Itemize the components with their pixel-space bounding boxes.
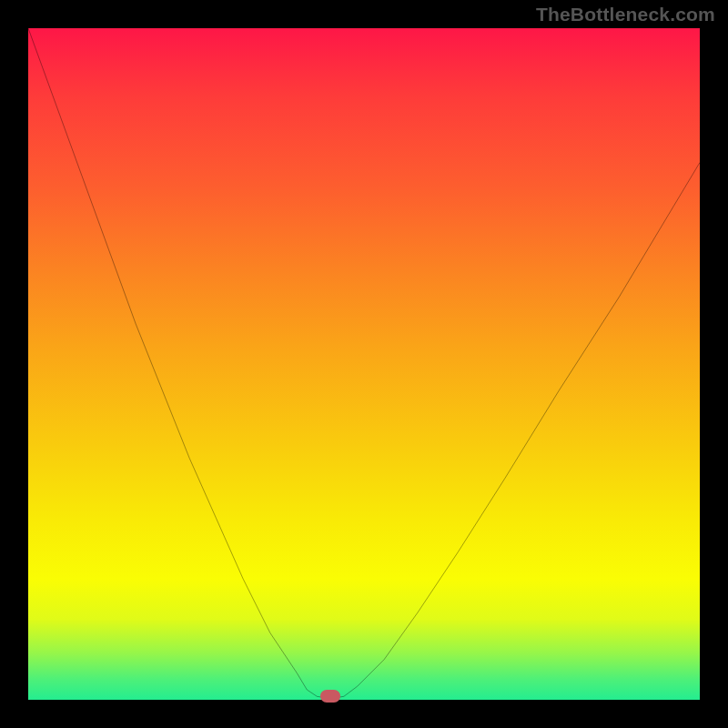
chart-frame: TheBottleneck.com	[0, 0, 728, 728]
bottleneck-marker	[320, 690, 340, 703]
watermark-text: TheBottleneck.com	[536, 4, 715, 25]
bottleneck-curve	[28, 28, 700, 700]
plot-area	[28, 28, 700, 700]
